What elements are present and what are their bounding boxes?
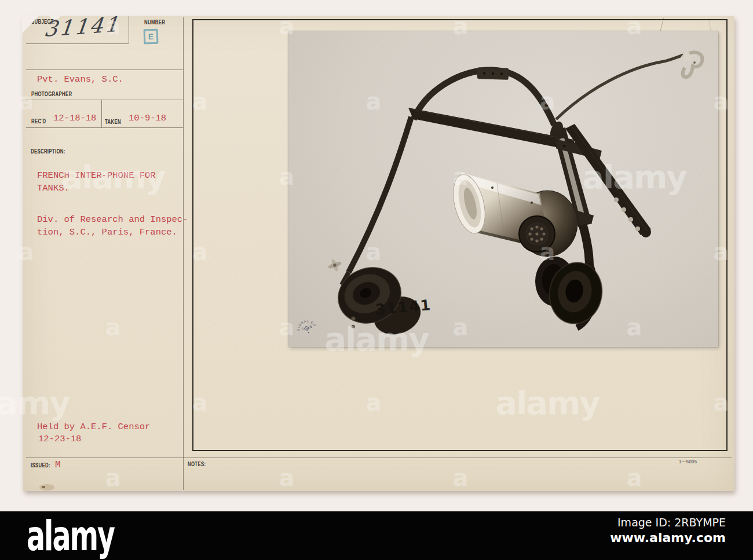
rule-subject-number-divider (129, 16, 129, 43)
rule-under-subject (26, 43, 129, 44)
issued-value: M (55, 460, 61, 470)
description-label: DESCRIPTION: (31, 148, 65, 155)
division-line2: tion, S.C., Paris, France. (37, 227, 177, 237)
alamy-stock-image-page: SUBJECT: 31141 NUMBER E Pvt. Evans, S.C.… (0, 0, 753, 560)
breath-tube-rod (556, 51, 702, 119)
perforated-disc (519, 216, 555, 252)
censor-line1: Held by A.E.F. Censor (37, 422, 150, 432)
alamy-footer-bar: alamy Image ID: 2RBYMPE www.alamy.com (0, 511, 753, 560)
number-label: NUMBER (144, 19, 165, 25)
alamy-logo: alamy (27, 515, 114, 557)
image-id-label: Image ID: (617, 516, 671, 529)
alamy-url: www.alamy.com (610, 530, 726, 545)
thumbscrew (326, 257, 343, 274)
left-strap (326, 117, 411, 285)
rule-under-dates (26, 127, 183, 128)
recd-value: 12-18-18 (53, 113, 96, 123)
taken-label: TAKEN (105, 119, 121, 125)
svg-text:SIGNAL CORPS: SIGNAL CORPS (288, 36, 317, 334)
rule-main-vertical-divider (183, 17, 184, 490)
corner-chip (39, 484, 54, 491)
number-stamp: E (144, 29, 159, 45)
image-id-line: Image ID: 2RBYMPE (610, 516, 726, 529)
signal-corps-stamp: SIGNAL CORPS U.S.A. (288, 36, 319, 339)
image-id-value: 2RBYMPE (674, 516, 726, 529)
issued-label: ISSUED: (31, 462, 50, 469)
notes-label: NOTES: (188, 461, 206, 467)
rule-recd-taken-divider (101, 100, 102, 127)
footer-info: Image ID: 2RBYMPE www.alamy.com (610, 516, 726, 545)
description-line1: FRENCH INTER-PHONE FOR (37, 170, 156, 181)
rule-under-photographer (26, 100, 183, 100)
photo-frame: SIGNAL CORPS U.S.A. 31141 (192, 19, 728, 451)
division-line1: Div. of Research and Inspec- (37, 214, 188, 225)
recd-label: REC'D (31, 118, 46, 125)
stamp-top-text: SIGNAL CORPS (288, 36, 317, 334)
taken-value: 10-9-18 (129, 113, 166, 123)
photographer-label: PHOTOGRAPHER (31, 91, 72, 97)
photograph: SIGNAL CORPS U.S.A. 31141 (288, 31, 718, 347)
rule-above-photographer (26, 69, 183, 70)
photographer-value: Pvt. Evans, S.C. (37, 74, 123, 85)
form-number: 1—5005 (679, 459, 697, 464)
description-line2: TANKS. (37, 183, 70, 193)
interphone-photo-art: SIGNAL CORPS U.S.A. (288, 31, 718, 347)
censor-line2: 12-23-18 (38, 434, 81, 444)
archive-card: SUBJECT: 31141 NUMBER E Pvt. Evans, S.C.… (23, 16, 734, 491)
right-earphone (535, 257, 607, 328)
rule-notes (26, 457, 732, 458)
